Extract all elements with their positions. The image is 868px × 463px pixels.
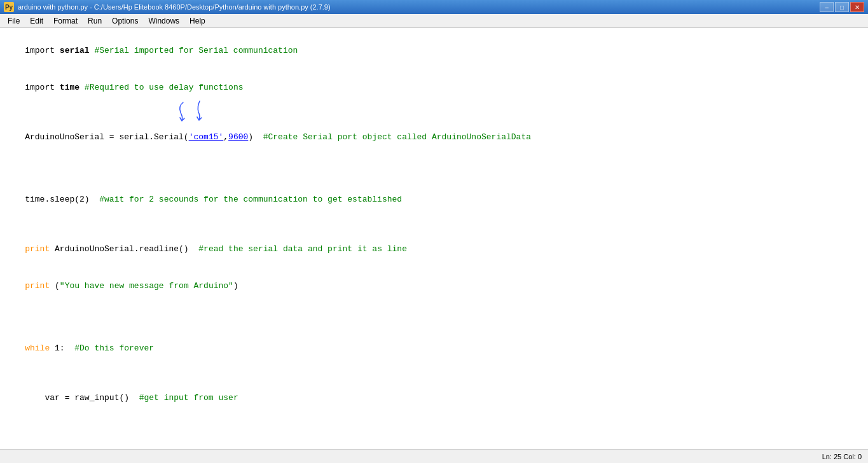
menu-edit[interactable]: Edit [25, 15, 48, 27]
code-line-15 [5, 429, 863, 441]
cursor-position: Ln: 25 Col: 0 [822, 453, 862, 460]
window-title: arduino with python.py - C:/Users/Hp Eli… [18, 3, 331, 11]
maximize-button[interactable]: □ [835, 2, 849, 12]
menu-format[interactable]: Format [48, 15, 83, 27]
code-line-2: import time #Required to use delay funct… [5, 69, 863, 107]
code-editor[interactable]: import serial #Serial imported for Seria… [0, 28, 868, 449]
menu-bar: File Edit Format Run Options Windows Hel… [0, 14, 868, 28]
code-line-9 [5, 305, 863, 317]
code-line-1: import serial #Serial imported for Seria… [5, 32, 863, 69]
title-bar-left: Py arduino with python.py - C:/Users/Hp … [4, 2, 331, 12]
window-controls[interactable]: ‒ □ ✕ [820, 2, 864, 12]
status-bar: Ln: 25 Col: 0 [0, 449, 868, 463]
menu-windows[interactable]: Windows [143, 15, 184, 27]
code-line-13: var = raw_input() #get input from user [5, 379, 863, 417]
code-line-6 [5, 218, 863, 231]
code-line-11: while 1: #Do this forever [5, 329, 863, 367]
code-line-14 [5, 417, 863, 429]
title-bar: Py arduino with python.py - C:/Users/Hp … [0, 0, 868, 14]
app-icon: Py [4, 2, 14, 12]
code-line-12 [5, 367, 863, 380]
code-line-3 [5, 106, 863, 119]
menu-options[interactable]: Options [107, 15, 143, 27]
close-button[interactable]: ✕ [850, 2, 864, 12]
code-line-8: print ("You have new message from Arduin… [5, 268, 863, 305]
code-line-4: ArduinoUnoSerial = serial.Serial('com15'… [5, 119, 863, 181]
minimize-button[interactable]: ‒ [820, 2, 834, 12]
code-line-5: time.sleep(2) #wait for 2 secounds for t… [5, 181, 863, 218]
menu-file[interactable]: File [3, 15, 25, 27]
code-line-7: print ArduinoUnoSerial.readline() #read … [5, 230, 863, 268]
menu-run[interactable]: Run [83, 15, 107, 27]
code-line-10 [5, 317, 863, 330]
code-line-16: if (var == '1'): #if the value is 1 [5, 441, 863, 450]
menu-help[interactable]: Help [184, 15, 210, 27]
